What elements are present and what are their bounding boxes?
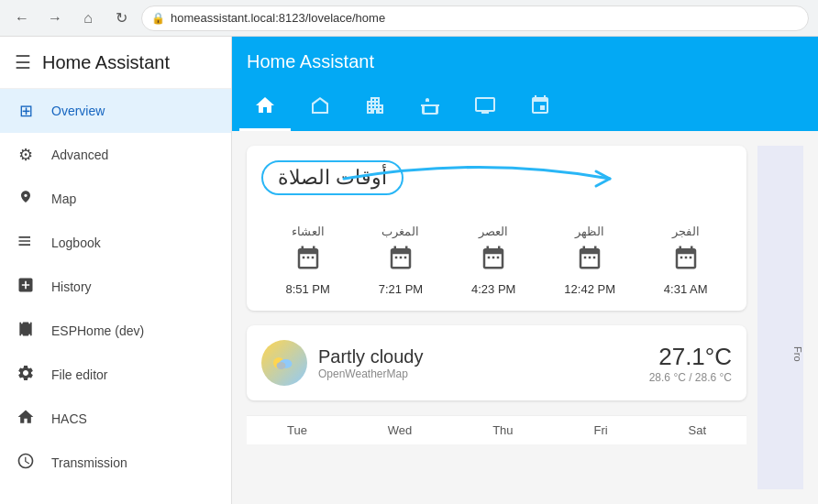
prayer-name-fajr: الفجر [672, 225, 700, 238]
back-button[interactable]: ← [9, 5, 35, 31]
prayer-card: أوقات الصلاة العشاء [247, 146, 746, 311]
prayer-time-asr: العصر 4:23 PM [471, 225, 515, 296]
topbar-title: Home Assistant [247, 37, 803, 87]
prayer-card-title: أوقات الصلاة [261, 160, 403, 195]
sidebar-label-hacs: HACS [51, 411, 87, 426]
prayer-icon-fajr [672, 244, 700, 277]
svg-point-2 [277, 362, 286, 369]
prayer-time-value-isha: 8:51 PM [285, 282, 329, 296]
sidebar-label-file-editor: File editor [51, 367, 107, 382]
history-icon [15, 276, 37, 299]
sidebar-header: ☰ Home Assistant [0, 37, 231, 89]
tab-home[interactable] [294, 87, 346, 131]
prayer-name-dhuhr: الظهر [575, 225, 604, 238]
sidebar: ☰ Home Assistant ⊞ Overview ⚙ Advanced M… [0, 37, 232, 504]
sidebar-item-map[interactable]: Map [0, 177, 231, 221]
sidebar-label-map: Map [51, 192, 76, 206]
prayer-name-maghrib: المغرب [381, 225, 419, 238]
sidebar-label-history: History [51, 279, 92, 294]
sidebar-title: Home Assistant [42, 52, 170, 73]
security-icon: 🔒 [151, 12, 165, 25]
prayer-name-isha: العشاء [292, 225, 325, 238]
sidebar-item-esphome[interactable]: ESPHome (dev) [0, 309, 231, 353]
sidebar-item-logbook[interactable]: Logbook [0, 221, 231, 265]
right-panel-label: Fro [792, 346, 803, 362]
day-sat: Sat [689, 423, 707, 437]
app-container: ☰ Home Assistant ⊞ Overview ⚙ Advanced M… [0, 37, 818, 504]
weather-temp-block: 27.1°C 28.6 °C / 28.6 °C [649, 343, 732, 384]
tab-monitor[interactable] [459, 87, 511, 131]
sidebar-label-advanced: Advanced [51, 148, 108, 162]
sidebar-item-file-editor[interactable]: File editor [0, 353, 231, 397]
prayer-time-value-asr: 4:23 PM [471, 282, 515, 296]
file-editor-icon [15, 364, 37, 387]
sidebar-label-logbook: Logbook [51, 236, 101, 250]
prayer-time-dhuhr: الظهر 12:42 PM [564, 225, 615, 296]
prayer-icon-isha [294, 244, 322, 277]
sidebar-label-esphome: ESPHome (dev) [51, 323, 144, 338]
hamburger-icon[interactable]: ☰ [15, 51, 31, 73]
prayer-time-value-fajr: 4:31 AM [664, 282, 708, 296]
day-wed: Wed [388, 423, 413, 437]
sidebar-item-overview[interactable]: ⊞ Overview [0, 89, 231, 133]
weather-temperature: 27.1°C [649, 343, 732, 371]
content-area: أوقات الصلاة العشاء [232, 131, 818, 504]
prayer-icon-maghrib [387, 244, 415, 277]
prayer-time-value-dhuhr: 12:42 PM [564, 282, 615, 296]
prayer-time-isha: العشاء 8:51 PM [285, 225, 329, 296]
address-bar[interactable]: 🔒 homeassistant.local:8123/lovelace/home [141, 5, 809, 31]
prayer-icon-dhuhr [576, 244, 603, 277]
map-icon [15, 188, 37, 211]
sidebar-item-hacs[interactable]: HACS [0, 397, 231, 441]
browser-bar: ← → ⌂ ↻ 🔒 homeassistant.local:8123/lovel… [0, 0, 818, 37]
url-text: homeassistant.local:8123/lovelace/home [171, 11, 385, 25]
weather-condition: Partly cloudy [318, 346, 638, 367]
weather-icon [261, 340, 307, 386]
main-cards: أوقات الصلاة العشاء [247, 146, 746, 489]
esphome-icon [15, 320, 37, 343]
prayer-name-asr: العصر [479, 225, 508, 238]
main-content: Home Assistant [232, 37, 818, 504]
home-button[interactable]: ⌂ [75, 5, 101, 31]
prayer-time-value-maghrib: 7:21 PM [379, 282, 423, 296]
transmission-icon [15, 452, 37, 475]
weather-range: 28.6 °C / 28.6 °C [649, 371, 732, 384]
day-fri: Fri [593, 423, 607, 437]
prayer-time-maghrib: المغرب 7:21 PM [379, 225, 423, 296]
weather-source: OpenWeatherMap [318, 367, 638, 380]
tab-network[interactable] [514, 87, 566, 131]
sidebar-label-overview: Overview [51, 104, 105, 118]
tab-building[interactable] [349, 87, 401, 131]
forward-button[interactable]: → [42, 5, 68, 31]
tab-bath[interactable] [404, 87, 456, 131]
day-tue: Tue [287, 423, 307, 437]
sidebar-item-history[interactable]: History [0, 265, 231, 309]
refresh-button[interactable]: ↻ [108, 5, 134, 31]
tab-overview[interactable] [239, 87, 291, 131]
prayer-time-fajr: الفجر 4:31 AM [664, 225, 708, 296]
day-thu: Thu [492, 423, 513, 437]
sidebar-item-advanced[interactable]: ⚙ Advanced [0, 133, 231, 177]
tab-bar [232, 87, 818, 131]
weather-card: Partly cloudy OpenWeatherMap 27.1°C 28.6… [247, 325, 746, 400]
day-strip: Tue Wed Thu Fri Sat [247, 415, 746, 444]
overview-icon: ⊞ [15, 101, 37, 121]
right-panel: Fro [757, 146, 803, 489]
hacs-icon [15, 408, 37, 431]
sidebar-item-transmission[interactable]: Transmission [0, 441, 231, 485]
prayer-icon-asr [480, 244, 507, 277]
sidebar-label-transmission: Transmission [51, 455, 127, 470]
advanced-icon: ⚙ [15, 145, 37, 165]
prayer-times-row: العشاء 8:51 PM المغرب 7:21 PM [261, 225, 732, 296]
logbook-icon [15, 232, 37, 255]
top-bar: Home Assistant [232, 37, 818, 87]
weather-info: Partly cloudy OpenWeatherMap [318, 346, 638, 380]
